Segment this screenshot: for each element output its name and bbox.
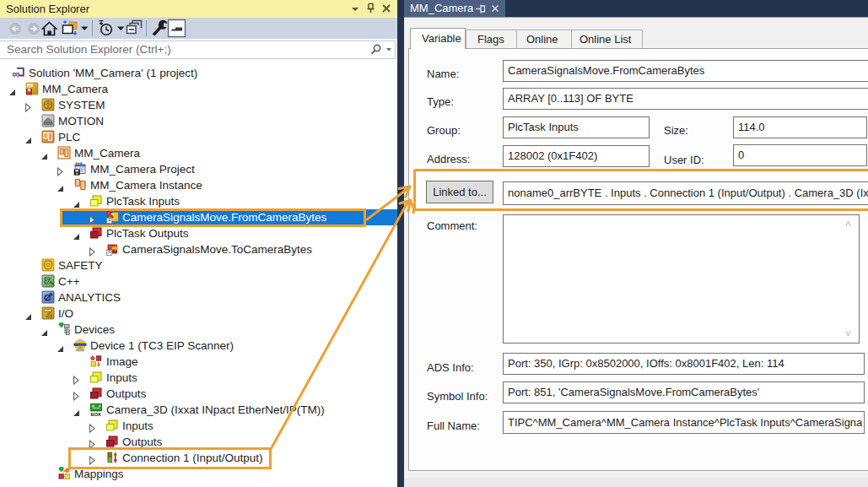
svg-text:∞: ∞ bbox=[12, 68, 19, 79]
svg-text:BOX: BOX bbox=[91, 412, 101, 416]
